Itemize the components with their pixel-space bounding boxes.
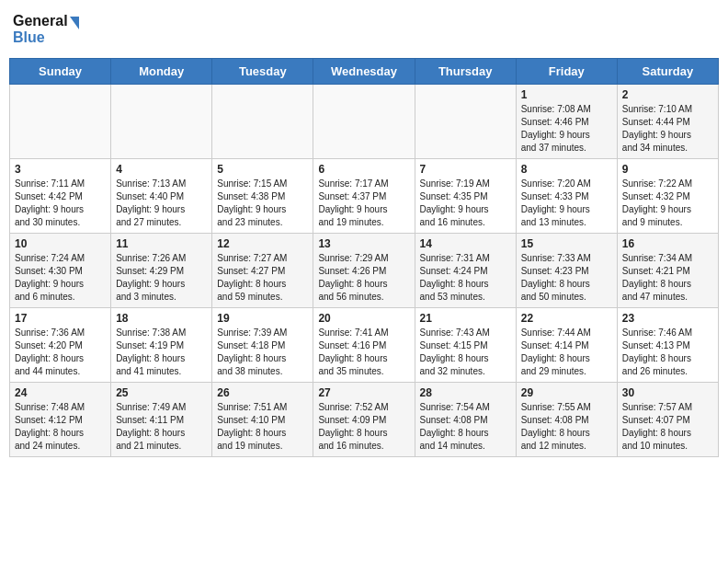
calendar-cell: 11Sunrise: 7:26 AM Sunset: 4:29 PM Dayli… [111,234,212,308]
day-info: Sunrise: 7:57 AM Sunset: 4:07 PM Dayligh… [622,401,713,453]
calendar-cell: 23Sunrise: 7:46 AM Sunset: 4:13 PM Dayli… [617,308,718,383]
header-cell-friday: Friday [516,59,617,85]
week-row-1: 1Sunrise: 7:08 AM Sunset: 4:46 PM Daylig… [10,85,719,159]
calendar-cell: 6Sunrise: 7:17 AM Sunset: 4:37 PM Daylig… [313,159,415,234]
day-number: 27 [318,386,409,399]
day-number: 3 [15,163,106,176]
day-number: 19 [217,312,308,325]
day-number: 12 [217,237,308,250]
day-info: Sunrise: 7:36 AM Sunset: 4:20 PM Dayligh… [15,327,106,378]
calendar-cell: 9Sunrise: 7:22 AM Sunset: 4:32 PM Daylig… [617,159,718,234]
day-number: 7 [420,163,511,176]
calendar-cell: 3Sunrise: 7:11 AM Sunset: 4:42 PM Daylig… [10,159,111,234]
day-info: Sunrise: 7:51 AM Sunset: 4:10 PM Dayligh… [217,401,308,453]
day-number: 10 [15,237,106,250]
day-number: 14 [420,237,511,250]
calendar-table: SundayMondayTuesdayWednesdayThursdayFrid… [9,58,719,457]
calendar-cell [313,85,415,159]
day-info: Sunrise: 7:38 AM Sunset: 4:19 PM Dayligh… [116,327,207,378]
calendar-cell: 22Sunrise: 7:44 AM Sunset: 4:14 PM Dayli… [516,308,617,383]
day-number: 13 [318,237,409,250]
svg-text:Blue: Blue [13,29,45,45]
day-number: 4 [116,163,207,176]
logo: GeneralBlue [13,9,86,51]
day-info: Sunrise: 7:44 AM Sunset: 4:14 PM Dayligh… [521,327,612,378]
day-number: 18 [116,312,207,325]
day-info: Sunrise: 7:15 AM Sunset: 4:38 PM Dayligh… [217,178,308,229]
day-number: 16 [622,237,713,250]
day-number: 25 [116,386,207,399]
day-number: 2 [622,88,713,101]
week-row-4: 17Sunrise: 7:36 AM Sunset: 4:20 PM Dayli… [10,308,719,383]
header-row: SundayMondayTuesdayWednesdayThursdayFrid… [10,59,719,85]
calendar-cell [111,85,212,159]
day-number: 11 [116,237,207,250]
day-info: Sunrise: 7:54 AM Sunset: 4:08 PM Dayligh… [420,401,511,453]
day-info: Sunrise: 7:34 AM Sunset: 4:21 PM Dayligh… [622,252,713,304]
day-info: Sunrise: 7:17 AM Sunset: 4:37 PM Dayligh… [318,178,409,229]
week-row-3: 10Sunrise: 7:24 AM Sunset: 4:30 PM Dayli… [10,234,719,308]
calendar-cell: 28Sunrise: 7:54 AM Sunset: 4:08 PM Dayli… [415,383,516,457]
day-info: Sunrise: 7:41 AM Sunset: 4:16 PM Dayligh… [318,327,409,378]
svg-marker-2 [70,17,79,29]
calendar-cell: 5Sunrise: 7:15 AM Sunset: 4:38 PM Daylig… [212,159,313,234]
day-info: Sunrise: 7:33 AM Sunset: 4:23 PM Dayligh… [521,252,612,304]
day-number: 24 [15,386,106,399]
day-info: Sunrise: 7:24 AM Sunset: 4:30 PM Dayligh… [15,252,106,304]
calendar-cell: 2Sunrise: 7:10 AM Sunset: 4:44 PM Daylig… [617,85,718,159]
header-cell-thursday: Thursday [415,59,516,85]
day-number: 1 [521,88,612,101]
day-number: 15 [521,237,612,250]
day-info: Sunrise: 7:26 AM Sunset: 4:29 PM Dayligh… [116,252,207,304]
calendar-cell [415,85,516,159]
day-info: Sunrise: 7:27 AM Sunset: 4:27 PM Dayligh… [217,252,308,304]
day-info: Sunrise: 7:13 AM Sunset: 4:40 PM Dayligh… [116,178,207,229]
header-cell-saturday: Saturday [617,59,718,85]
day-number: 22 [521,312,612,325]
calendar-cell: 7Sunrise: 7:19 AM Sunset: 4:35 PM Daylig… [415,159,516,234]
calendar-cell: 30Sunrise: 7:57 AM Sunset: 4:07 PM Dayli… [617,383,718,457]
day-info: Sunrise: 7:22 AM Sunset: 4:32 PM Dayligh… [622,178,713,229]
day-number: 30 [622,386,713,399]
svg-text:General: General [13,13,68,29]
week-row-2: 3Sunrise: 7:11 AM Sunset: 4:42 PM Daylig… [10,159,719,234]
calendar-cell: 10Sunrise: 7:24 AM Sunset: 4:30 PM Dayli… [10,234,111,308]
day-info: Sunrise: 7:48 AM Sunset: 4:12 PM Dayligh… [15,401,106,453]
header-cell-wednesday: Wednesday [313,59,415,85]
calendar-cell: 8Sunrise: 7:20 AM Sunset: 4:33 PM Daylig… [516,159,617,234]
day-number: 21 [420,312,511,325]
day-info: Sunrise: 7:55 AM Sunset: 4:08 PM Dayligh… [521,401,612,453]
header-cell-sunday: Sunday [10,59,111,85]
calendar-cell [10,85,111,159]
calendar-cell: 14Sunrise: 7:31 AM Sunset: 4:24 PM Dayli… [415,234,516,308]
day-number: 28 [420,386,511,399]
day-info: Sunrise: 7:49 AM Sunset: 4:11 PM Dayligh… [116,401,207,453]
day-info: Sunrise: 7:08 AM Sunset: 4:46 PM Dayligh… [521,103,612,155]
calendar-cell: 12Sunrise: 7:27 AM Sunset: 4:27 PM Dayli… [212,234,313,308]
calendar-cell: 27Sunrise: 7:52 AM Sunset: 4:09 PM Dayli… [313,383,415,457]
day-info: Sunrise: 7:43 AM Sunset: 4:15 PM Dayligh… [420,327,511,378]
header: GeneralBlue [9,9,719,51]
day-info: Sunrise: 7:11 AM Sunset: 4:42 PM Dayligh… [15,178,106,229]
header-cell-tuesday: Tuesday [212,59,313,85]
calendar-cell [212,85,313,159]
day-info: Sunrise: 7:10 AM Sunset: 4:44 PM Dayligh… [622,103,713,155]
day-number: 5 [217,163,308,176]
day-info: Sunrise: 7:20 AM Sunset: 4:33 PM Dayligh… [521,178,612,229]
day-number: 29 [521,386,612,399]
day-info: Sunrise: 7:19 AM Sunset: 4:35 PM Dayligh… [420,178,511,229]
calendar-cell: 13Sunrise: 7:29 AM Sunset: 4:26 PM Dayli… [313,234,415,308]
day-info: Sunrise: 7:52 AM Sunset: 4:09 PM Dayligh… [318,401,409,453]
calendar-cell: 24Sunrise: 7:48 AM Sunset: 4:12 PM Dayli… [10,383,111,457]
day-number: 20 [318,312,409,325]
calendar-cell: 1Sunrise: 7:08 AM Sunset: 4:46 PM Daylig… [516,85,617,159]
week-row-5: 24Sunrise: 7:48 AM Sunset: 4:12 PM Dayli… [10,383,719,457]
calendar-cell: 17Sunrise: 7:36 AM Sunset: 4:20 PM Dayli… [10,308,111,383]
day-number: 26 [217,386,308,399]
day-number: 6 [318,163,409,176]
logo-svg: GeneralBlue [13,9,86,51]
day-info: Sunrise: 7:46 AM Sunset: 4:13 PM Dayligh… [622,327,713,378]
calendar-cell: 20Sunrise: 7:41 AM Sunset: 4:16 PM Dayli… [313,308,415,383]
day-info: Sunrise: 7:31 AM Sunset: 4:24 PM Dayligh… [420,252,511,304]
day-number: 9 [622,163,713,176]
